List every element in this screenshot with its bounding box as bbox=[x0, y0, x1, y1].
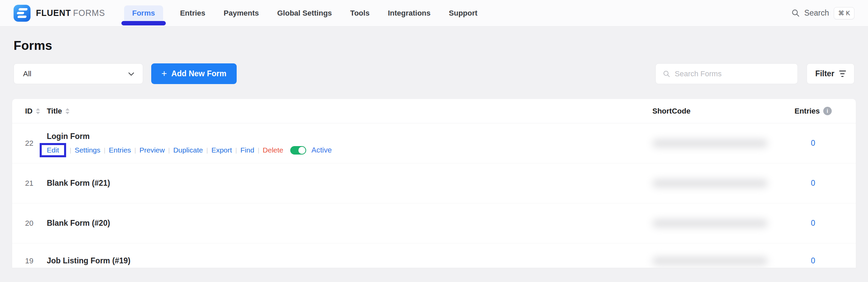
add-new-form-button[interactable]: + Add New Form bbox=[151, 63, 237, 84]
plus-icon: + bbox=[161, 69, 167, 78]
nav-item-global-settings[interactable]: Global Settings bbox=[276, 5, 333, 21]
entries-cell: 0 bbox=[789, 256, 837, 265]
page-title: Forms bbox=[14, 39, 854, 53]
nav-item-forms[interactable]: Forms bbox=[124, 5, 163, 21]
filter-button[interactable]: Filter bbox=[807, 63, 854, 84]
status-label: Active bbox=[312, 146, 332, 155]
column-header-entries: Entries i bbox=[789, 107, 837, 116]
row-action-entries[interactable]: Entries bbox=[109, 146, 131, 154]
info-icon[interactable]: i bbox=[823, 107, 832, 115]
search-forms-box bbox=[655, 63, 798, 84]
filter-label: Filter bbox=[815, 69, 834, 78]
keyboard-shortcut-badge: ⌘ K bbox=[834, 7, 854, 19]
shortcode-blurred bbox=[652, 179, 768, 187]
entries-cell: 0 bbox=[789, 139, 837, 148]
row-action-edit[interactable]: Edit bbox=[47, 146, 59, 154]
action-separator: | bbox=[70, 146, 71, 154]
entries-count-link[interactable]: 0 bbox=[811, 139, 815, 148]
nav-item-integrations[interactable]: Integrations bbox=[387, 5, 432, 21]
row-id: 19 bbox=[25, 257, 47, 265]
form-title[interactable]: Login Form bbox=[47, 132, 640, 141]
column-header-shortcode: ShortCode bbox=[640, 107, 789, 116]
brand-name-bold: FLUENT bbox=[36, 8, 71, 18]
dropdown-selected-value: All bbox=[23, 69, 127, 78]
action-separator: | bbox=[134, 146, 136, 154]
action-separator: | bbox=[258, 146, 259, 154]
row-action-find[interactable]: Find bbox=[240, 146, 254, 154]
entries-cell: 0 bbox=[789, 219, 837, 228]
search-icon bbox=[663, 70, 671, 78]
table-row: 21 Blank Form (#21) 0 bbox=[12, 163, 856, 203]
nav-right: Search ⌘ K bbox=[791, 7, 854, 19]
entries-header-label: Entries bbox=[794, 107, 820, 116]
title-header-label: Title bbox=[47, 107, 62, 116]
nav-item-entries[interactable]: Entries bbox=[179, 5, 207, 21]
entries-count-link[interactable]: 0 bbox=[811, 219, 815, 228]
search-label: Search bbox=[804, 8, 829, 18]
table-row: 22 Login Form Edit | Settings | Entries … bbox=[12, 123, 856, 163]
nav-item-payments[interactable]: Payments bbox=[222, 5, 260, 21]
row-action-export[interactable]: Export bbox=[211, 146, 232, 154]
row-actions: Edit | Settings | Entries | Preview | Du… bbox=[47, 146, 640, 155]
shortcode-cell bbox=[640, 139, 789, 147]
edit-annotation-box: Edit bbox=[40, 143, 66, 157]
forms-table-card: ID Title ShortCode Entries i 22 Login Fo… bbox=[12, 99, 856, 268]
row-action-delete[interactable]: Delete bbox=[263, 146, 283, 154]
row-action-preview[interactable]: Preview bbox=[139, 146, 165, 154]
toggle-knob bbox=[298, 147, 305, 154]
action-separator: | bbox=[206, 146, 208, 154]
action-separator: | bbox=[235, 146, 237, 154]
entries-count-link[interactable]: 0 bbox=[811, 256, 815, 265]
form-title[interactable]: Blank Form (#20) bbox=[47, 219, 640, 228]
nav-item-tools[interactable]: Tools bbox=[349, 5, 371, 21]
add-new-form-label: Add New Form bbox=[171, 69, 226, 78]
table-row: 19 Job Listing Form (#19) 0 bbox=[12, 243, 856, 268]
chevron-down-icon bbox=[127, 70, 135, 78]
shortcode-blurred bbox=[652, 257, 768, 265]
brand: FLUENTFORMS bbox=[14, 5, 105, 22]
fluent-forms-logo-icon bbox=[14, 5, 31, 22]
global-search-button[interactable]: Search bbox=[791, 8, 829, 18]
shortcode-cell bbox=[640, 179, 789, 187]
brand-name-light: FORMS bbox=[73, 8, 105, 18]
column-header-title: Title bbox=[47, 107, 640, 116]
main-menu: Forms Entries Payments Global Settings T… bbox=[124, 5, 479, 21]
row-title-cell: Login Form Edit | Settings | Entries | P… bbox=[47, 132, 640, 155]
form-title[interactable]: Blank Form (#21) bbox=[47, 179, 640, 188]
entries-cell: 0 bbox=[789, 179, 837, 188]
filter-icon bbox=[839, 70, 846, 77]
brand-text: FLUENTFORMS bbox=[36, 8, 105, 18]
toolbar: All + Add New Form Filter bbox=[14, 63, 854, 84]
main-content: Forms All + Add New Form Filter ID Title bbox=[0, 39, 868, 268]
row-id: 21 bbox=[25, 179, 47, 188]
shortcode-blurred bbox=[652, 139, 768, 147]
form-status-dropdown[interactable]: All bbox=[14, 63, 143, 84]
row-action-duplicate[interactable]: Duplicate bbox=[173, 146, 203, 154]
column-header-id: ID bbox=[25, 107, 47, 116]
id-header-label: ID bbox=[25, 107, 33, 116]
entries-count-link[interactable]: 0 bbox=[811, 179, 815, 188]
sort-icon[interactable] bbox=[36, 108, 40, 114]
shortcode-header-label: ShortCode bbox=[652, 107, 690, 116]
shortcode-cell bbox=[640, 257, 789, 265]
shortcode-blurred bbox=[652, 219, 768, 227]
top-nav: FLUENTFORMS Forms Entries Payments Globa… bbox=[0, 0, 868, 26]
shortcode-cell bbox=[640, 219, 789, 227]
form-title[interactable]: Job Listing Form (#19) bbox=[47, 256, 640, 265]
nav-item-support[interactable]: Support bbox=[448, 5, 479, 21]
status-toggle[interactable] bbox=[290, 146, 306, 155]
row-id: 20 bbox=[25, 219, 47, 228]
action-separator: | bbox=[104, 146, 105, 154]
action-separator: | bbox=[168, 146, 170, 154]
row-action-settings[interactable]: Settings bbox=[75, 146, 100, 154]
active-tab-underline-annotation bbox=[121, 21, 166, 25]
search-forms-input[interactable] bbox=[675, 69, 791, 78]
search-icon bbox=[791, 8, 800, 18]
table-header-row: ID Title ShortCode Entries i bbox=[12, 99, 856, 123]
table-row: 20 Blank Form (#20) 0 bbox=[12, 203, 856, 243]
sort-icon[interactable] bbox=[65, 108, 70, 114]
